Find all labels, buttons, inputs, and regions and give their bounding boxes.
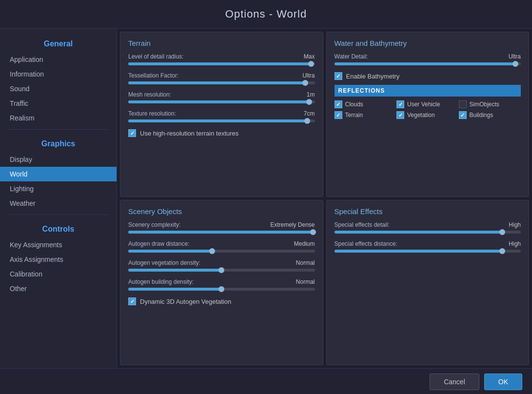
bathymetry-label: Enable Bathymetry: [346, 73, 400, 80]
reflection-vegetation-label: Vegetation: [407, 112, 435, 118]
sidebar-item-lighting[interactable]: Lighting: [0, 181, 117, 196]
mesh-label: Mesh resolution:: [128, 91, 171, 98]
sidebar-item-realism[interactable]: Realism: [0, 111, 117, 125]
sidebar-item-application[interactable]: Application: [0, 52, 117, 67]
reflection-user-vehicle: User Vehicle: [396, 100, 459, 108]
fx-distance-slider[interactable]: [335, 250, 521, 253]
reflection-user-vehicle-checkbox[interactable]: [396, 100, 404, 108]
reflections-grid: Clouds User Vehicle SimObjects Terrain: [335, 100, 521, 119]
water-detail-slider-row: Water Detail: Ultra: [335, 53, 521, 65]
autogen-draw-slider[interactable]: [128, 250, 315, 253]
texture-value: 7cm: [304, 110, 315, 117]
reflection-buildings-checkbox[interactable]: [459, 111, 467, 119]
sidebar-divider-1: [8, 129, 109, 130]
hires-terrain-checkbox[interactable]: [128, 129, 136, 137]
autogen-veg-value: Normal: [296, 259, 315, 266]
tessellation-slider-row: Tessellation Factor: Ultra: [128, 72, 315, 84]
sidebar-item-information[interactable]: Information: [0, 67, 117, 81]
sidebar-item-weather[interactable]: Weather: [0, 196, 117, 211]
mesh-value: 1m: [307, 91, 315, 98]
fx-distance-value: High: [509, 240, 521, 247]
reflection-simobjects-label: SimObjects: [470, 101, 499, 108]
autogen-veg-slider[interactable]: [128, 269, 315, 272]
autogen-building-label: Autogen building density:: [128, 278, 194, 285]
reflection-terrain: Terrain: [335, 111, 397, 119]
bottom-bar: Cancel OK: [0, 368, 532, 394]
controls-section-title: Controls: [0, 219, 117, 237]
terrain-panel: Terrain Level of detail radius: Max Tess…: [120, 32, 323, 197]
sidebar-item-other[interactable]: Other: [0, 281, 117, 296]
reflection-clouds-label: Clouds: [345, 101, 363, 108]
sidebar-divider-2: [8, 215, 109, 215]
tessellation-label: Tessellation Factor:: [128, 72, 178, 79]
reflection-buildings-label: Buildings: [470, 112, 493, 118]
reflection-clouds: Clouds: [335, 100, 397, 108]
fx-detail-slider[interactable]: [335, 231, 521, 234]
autogen-veg-label: Autogen vegetation density:: [128, 259, 200, 266]
sidebar-item-sound[interactable]: Sound: [0, 81, 117, 96]
autogen-draw-value: Medium: [294, 240, 315, 247]
autogen-building-slider-row: Autogen building density: Normal: [128, 278, 315, 291]
tessellation-slider[interactable]: [128, 81, 315, 84]
texture-label: Texture resolution:: [128, 110, 176, 117]
water-title: Water and Bathymetry: [335, 39, 521, 47]
lod-slider-row: Level of detail radius: Max: [128, 53, 315, 65]
terrain-title: Terrain: [128, 39, 315, 47]
texture-slider[interactable]: [128, 119, 315, 122]
autogen-building-slider[interactable]: [128, 288, 315, 291]
bathymetry-checkbox[interactable]: [335, 72, 342, 80]
special-effects-title: Special Effects: [335, 207, 521, 216]
autogen-draw-slider-row: Autogen draw distance: Medium: [128, 240, 315, 253]
scenery-panel: Scenery Objects Scenery complexity: Extr…: [120, 200, 323, 365]
general-section-title: General: [0, 34, 117, 52]
sidebar-item-axis-assignments[interactable]: Axis Assignments: [0, 252, 117, 267]
reflection-vegetation: Vegetation: [396, 111, 459, 119]
scenery-title: Scenery Objects: [128, 207, 315, 216]
autogen-draw-label: Autogen draw distance:: [128, 240, 189, 247]
special-effects-panel: Special Effects Special effects detail: …: [326, 200, 530, 365]
fx-detail-value: High: [509, 221, 521, 228]
reflection-terrain-checkbox[interactable]: [335, 111, 342, 119]
dynamic-autogen-label: Dynamic 3D Autogen Vegetation: [140, 298, 231, 305]
fx-distance-slider-row: Special effects distance: High: [335, 240, 521, 253]
autogen-building-value: Normal: [296, 278, 315, 285]
water-detail-slider[interactable]: [335, 62, 521, 65]
hires-terrain-checkbox-row: Use high-resolution terrain textures: [128, 129, 315, 137]
cancel-button[interactable]: Cancel: [430, 374, 479, 390]
scenery-complexity-slider-row: Scenery complexity: Extremely Dense: [128, 221, 315, 234]
title-bar: Options - World: [0, 0, 532, 29]
reflection-clouds-checkbox[interactable]: [335, 100, 342, 108]
sidebar-item-traffic[interactable]: Traffic: [0, 96, 117, 111]
scenery-complexity-label: Scenery complexity:: [128, 221, 180, 228]
reflection-user-vehicle-label: User Vehicle: [407, 101, 440, 108]
mesh-slider[interactable]: [128, 100, 315, 103]
page-title: Options - World: [225, 8, 307, 20]
tessellation-value: Ultra: [302, 72, 315, 79]
reflection-buildings: Buildings: [459, 111, 521, 119]
graphics-section-title: Graphics: [0, 134, 117, 152]
lod-slider[interactable]: [128, 62, 315, 65]
sidebar-item-world[interactable]: World: [0, 167, 117, 181]
hires-terrain-label: Use high-resolution terrain textures: [140, 130, 238, 137]
mesh-slider-row: Mesh resolution: 1m: [128, 91, 315, 103]
reflection-terrain-label: Terrain: [345, 112, 363, 118]
fx-detail-label: Special effects detail:: [335, 221, 390, 228]
lod-value: Max: [304, 53, 315, 60]
content-area: Terrain Level of detail radius: Max Tess…: [117, 29, 532, 368]
dynamic-autogen-checkbox[interactable]: [128, 297, 136, 305]
fx-detail-slider-row: Special effects detail: High: [335, 221, 521, 234]
scenery-complexity-value: Extremely Dense: [270, 221, 315, 228]
water-detail-value: Ultra: [509, 53, 521, 60]
ok-button[interactable]: OK: [484, 374, 522, 390]
sidebar-item-display[interactable]: Display: [0, 152, 117, 167]
sidebar-item-calibration[interactable]: Calibration: [0, 267, 117, 281]
dynamic-autogen-checkbox-row: Dynamic 3D Autogen Vegetation: [128, 297, 315, 305]
reflections-bar: REFLECTIONS: [335, 85, 521, 97]
reflection-vegetation-checkbox[interactable]: [396, 111, 404, 119]
reflection-simobjects-checkbox[interactable]: [459, 100, 467, 108]
scenery-complexity-slider[interactable]: [128, 231, 315, 234]
bathymetry-checkbox-row: Enable Bathymetry: [335, 72, 521, 80]
sidebar-item-key-assignments[interactable]: Key Assignments: [0, 237, 117, 252]
fx-distance-label: Special effects distance:: [335, 240, 397, 247]
water-detail-label: Water Detail:: [335, 53, 368, 60]
